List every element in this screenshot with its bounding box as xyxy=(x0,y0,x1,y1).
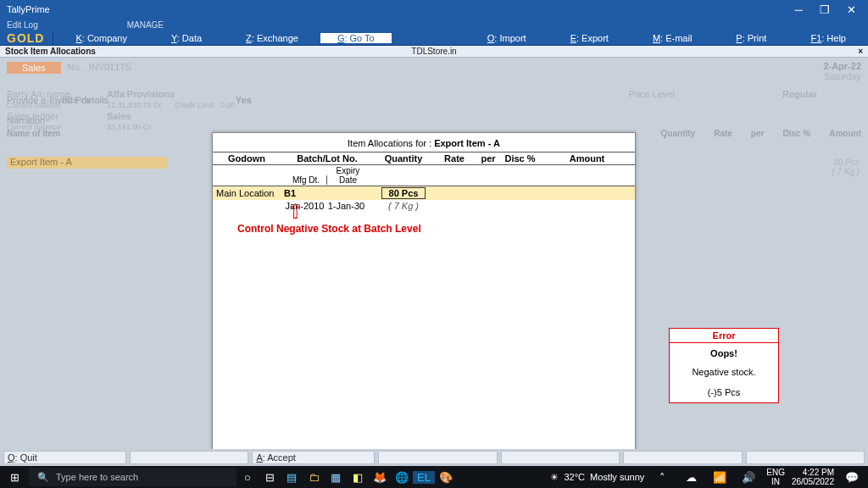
th-exp: Expiry Date xyxy=(327,166,369,185)
voucher-date: 2-Apr-22 xyxy=(823,61,861,71)
weather-widget[interactable]: ☀ 32°C Mostly sunny xyxy=(550,472,644,483)
menu-print[interactable]: P: Print xyxy=(714,33,788,43)
menu-data[interactable]: Y: Data xyxy=(149,33,224,43)
fn-blank4 xyxy=(623,451,742,464)
notifications-icon[interactable]: 💬 xyxy=(841,471,863,484)
th-mfg: Mfg Dt. xyxy=(286,175,327,185)
voucher-no: INV011TS xyxy=(89,62,132,74)
error-title: Error xyxy=(670,329,778,343)
cell-location: Main Location xyxy=(213,186,281,201)
fn-accept[interactable]: A: Accept xyxy=(252,451,375,464)
total-pcs: 80 Pcs xyxy=(62,95,91,105)
volume-icon[interactable]: 🔊 xyxy=(737,471,760,484)
firefox-icon[interactable]: 🦊 xyxy=(369,471,391,484)
menu-help[interactable]: F1: Help xyxy=(788,33,868,43)
close-icon[interactable]: ✕ xyxy=(847,3,856,16)
menu-company[interactable]: K: Company xyxy=(53,33,149,43)
cell-exp: 1-Jan-30 xyxy=(326,201,367,211)
maximize-icon[interactable]: ❐ xyxy=(820,3,830,16)
menu-goto[interactable]: G: Go To xyxy=(320,33,392,43)
allocation-row[interactable]: Main Location B1 80 Pcs xyxy=(213,186,635,201)
error-popup: Error Oops! Negative stock. (-)5 Pcs xyxy=(669,328,779,403)
onedrive-icon[interactable]: ☁ xyxy=(680,471,702,484)
fn-blank2 xyxy=(378,451,497,464)
col-rate: Rate xyxy=(714,129,732,138)
weather-state: Mostly sunny xyxy=(590,472,644,482)
taskview-icon[interactable]: ⊟ xyxy=(259,471,281,484)
col-amount: Amount xyxy=(829,129,861,138)
clock[interactable]: 4:22 PM 26/05/2022 xyxy=(792,468,834,486)
fn-quit[interactable]: Q: Quit xyxy=(3,451,126,464)
app-icon-2[interactable]: ▦ xyxy=(325,471,347,484)
clock-date: 26/05/2022 xyxy=(792,477,834,486)
company-name: TDLStore.in xyxy=(0,47,868,56)
voucher-day: Saturday xyxy=(823,71,861,81)
dialog-title-item: Export Item - A xyxy=(434,138,500,148)
edition-label: GOLD xyxy=(0,31,53,45)
menu-export[interactable]: E: Export xyxy=(548,33,631,43)
menu-import[interactable]: O: Import xyxy=(465,33,548,43)
col-qty: Quantity xyxy=(661,129,696,138)
pricelevel-value: Regular xyxy=(782,89,817,99)
th-per: per xyxy=(476,152,501,165)
cell-kg: ( 7 Kg ) xyxy=(374,200,433,212)
th-godown: Godown xyxy=(213,152,281,165)
menu-exchange[interactable]: Z: Exchange xyxy=(224,33,320,43)
th-batch: Batch/Lot No. xyxy=(281,152,374,165)
lang-2[interactable]: IN xyxy=(766,477,785,486)
error-message: Negative stock. xyxy=(673,367,775,377)
dim-qty: 80 Pcs xyxy=(832,158,860,167)
th-qty: Quantity xyxy=(374,152,433,165)
pricelevel-label: Price Level xyxy=(629,89,675,99)
tray-chevron-icon[interactable]: ˄ xyxy=(651,471,673,484)
minimize-icon[interactable]: ─ xyxy=(795,3,803,16)
col-per: per xyxy=(751,129,765,138)
app-icon-4[interactable]: EL xyxy=(413,471,435,484)
app-title: TallyPrime xyxy=(3,4,50,14)
dialog-title-pre: Item Allocations for : xyxy=(348,138,431,148)
cell-mfg: Jan-2010 xyxy=(284,201,326,211)
wifi-icon[interactable]: 📶 xyxy=(709,471,731,484)
item-allocations-dialog: Item Allocations for : Export Item - A G… xyxy=(212,132,636,449)
th-amount: Amount xyxy=(539,152,635,165)
app-icon-3[interactable]: ◧ xyxy=(347,471,369,484)
einvoice-label: Provide e-Invoice details xyxy=(7,95,108,105)
lang-1[interactable]: ENG xyxy=(766,468,785,477)
col-name: Name of Item xyxy=(7,129,60,138)
app-icon-1[interactable]: ▤ xyxy=(281,471,303,484)
start-button[interactable]: ⊞ xyxy=(0,466,29,488)
voucher-type: Sales xyxy=(7,62,61,74)
search-placeholder: Type here to search xyxy=(56,472,138,482)
clock-time: 4:22 PM xyxy=(792,468,834,477)
no-label: No. xyxy=(68,62,82,74)
cell-batch: B1 xyxy=(281,186,374,201)
fn-blank3 xyxy=(501,451,620,464)
sun-icon: ☀ xyxy=(550,472,559,483)
fn-blank5 xyxy=(746,451,865,464)
explorer-icon[interactable]: 🗀 xyxy=(303,471,325,484)
col-disc: Disc % xyxy=(782,129,810,138)
weather-temp: 32°C xyxy=(564,472,585,482)
search-icon: 🔍 xyxy=(37,472,49,483)
th-rate: Rate xyxy=(433,152,476,165)
manage-label[interactable]: MANAGE xyxy=(127,20,164,30)
dim-kg: ( 7 Kg ) xyxy=(832,167,860,176)
chrome-icon[interactable]: 🌐 xyxy=(391,471,413,484)
quantity-input[interactable]: 80 Pcs xyxy=(381,187,426,199)
einvoice-value: Yes xyxy=(236,95,252,105)
narration-label: Narration xyxy=(7,115,45,125)
edit-log-label: Edit Log xyxy=(7,20,38,30)
cortana-icon[interactable]: ○ xyxy=(236,471,259,484)
error-qty: (-)5 Pcs xyxy=(673,387,775,397)
th-disc: Disc % xyxy=(501,152,539,165)
item-name-field[interactable]: Export Item - A xyxy=(7,157,168,169)
fn-blank1 xyxy=(130,451,248,464)
error-heading: Oops! xyxy=(673,348,775,358)
menu-email[interactable]: M: E-mail xyxy=(631,33,714,43)
taskbar-search[interactable]: 🔍 Type here to search xyxy=(29,468,236,486)
app-icon-5[interactable]: 🎨 xyxy=(435,471,457,484)
sl-value: Sales xyxy=(107,111,131,121)
